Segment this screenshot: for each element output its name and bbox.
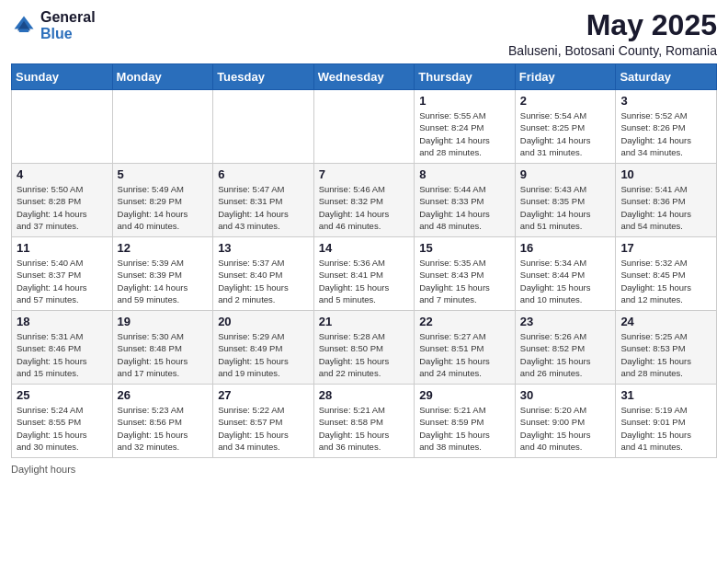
day-info: Sunrise: 5:23 AM Sunset: 8:56 PM Dayligh… (118, 404, 209, 453)
day-number: 4 (17, 167, 108, 181)
daylight-label: Daylight hours (11, 464, 75, 475)
day-info: Sunrise: 5:54 AM Sunset: 8:25 PM Dayligh… (520, 109, 611, 158)
calendar-cell: 6Sunrise: 5:47 AM Sunset: 8:31 PM Daylig… (213, 164, 314, 237)
calendar-cell: 23Sunrise: 5:26 AM Sunset: 8:52 PM Dayli… (515, 311, 616, 385)
day-info: Sunrise: 5:21 AM Sunset: 8:58 PM Dayligh… (319, 404, 410, 453)
calendar-cell: 31Sunrise: 5:19 AM Sunset: 9:01 PM Dayli… (616, 385, 717, 458)
day-info: Sunrise: 5:22 AM Sunset: 8:57 PM Dayligh… (218, 404, 309, 453)
calendar-cell: 5Sunrise: 5:49 AM Sunset: 8:29 PM Daylig… (112, 164, 213, 237)
weekday-header-friday: Friday (515, 64, 616, 90)
day-number: 6 (218, 167, 309, 181)
calendar-cell: 1Sunrise: 5:55 AM Sunset: 8:24 PM Daylig… (415, 90, 516, 164)
calendar-week-row: 4Sunrise: 5:50 AM Sunset: 8:28 PM Daylig… (12, 164, 717, 237)
location-title: Baluseni, Botosani County, Romania (508, 43, 717, 58)
logo: General Blue (11, 9, 96, 41)
day-number: 26 (118, 388, 209, 402)
day-number: 29 (419, 388, 510, 402)
calendar-cell: 3Sunrise: 5:52 AM Sunset: 8:26 PM Daylig… (616, 90, 717, 164)
calendar-cell: 19Sunrise: 5:30 AM Sunset: 8:48 PM Dayli… (112, 311, 213, 385)
calendar-cell: 10Sunrise: 5:41 AM Sunset: 8:36 PM Dayli… (616, 164, 717, 237)
day-number: 14 (319, 241, 410, 255)
day-info: Sunrise: 5:32 AM Sunset: 8:45 PM Dayligh… (620, 257, 711, 305)
day-number: 7 (319, 167, 410, 181)
calendar-cell: 2Sunrise: 5:54 AM Sunset: 8:25 PM Daylig… (515, 90, 616, 164)
day-number: 11 (17, 241, 108, 255)
calendar-cell: 9Sunrise: 5:43 AM Sunset: 8:35 PM Daylig… (515, 164, 616, 237)
day-info: Sunrise: 5:30 AM Sunset: 8:48 PM Dayligh… (118, 330, 209, 379)
day-info: Sunrise: 5:19 AM Sunset: 9:01 PM Dayligh… (620, 404, 711, 453)
day-info: Sunrise: 5:43 AM Sunset: 8:35 PM Dayligh… (520, 183, 611, 232)
weekday-header-tuesday: Tuesday (213, 64, 314, 90)
day-info: Sunrise: 5:40 AM Sunset: 8:37 PM Dayligh… (17, 257, 108, 305)
day-info: Sunrise: 5:37 AM Sunset: 8:40 PM Dayligh… (218, 257, 309, 305)
logo-icon (11, 13, 37, 39)
day-number: 24 (620, 315, 711, 328)
day-number: 28 (319, 388, 410, 402)
day-number: 21 (319, 315, 410, 328)
weekday-header-saturday: Saturday (616, 64, 717, 90)
day-number: 1 (419, 94, 510, 108)
day-number: 13 (218, 241, 309, 255)
main-container: General Blue May 2025 Baluseni, Botosani… (0, 0, 728, 484)
day-number: 22 (419, 315, 510, 328)
day-info: Sunrise: 5:36 AM Sunset: 8:41 PM Dayligh… (319, 257, 410, 305)
day-number: 12 (118, 241, 209, 255)
day-number: 19 (118, 315, 209, 328)
footer: Daylight hours (11, 464, 717, 475)
day-info: Sunrise: 5:28 AM Sunset: 8:50 PM Dayligh… (319, 330, 410, 379)
calendar-cell (112, 90, 213, 164)
calendar-cell: 4Sunrise: 5:50 AM Sunset: 8:28 PM Daylig… (12, 164, 113, 237)
month-title: May 2025 (508, 9, 717, 41)
weekday-header-row: SundayMondayTuesdayWednesdayThursdayFrid… (12, 64, 717, 90)
day-number: 20 (218, 315, 309, 328)
header: General Blue May 2025 Baluseni, Botosani… (11, 9, 717, 58)
day-number: 17 (620, 241, 711, 255)
weekday-header-sunday: Sunday (12, 64, 113, 90)
day-info: Sunrise: 5:29 AM Sunset: 8:49 PM Dayligh… (218, 330, 309, 379)
day-number: 25 (17, 388, 108, 402)
day-info: Sunrise: 5:31 AM Sunset: 8:46 PM Dayligh… (17, 330, 108, 379)
day-number: 18 (17, 315, 108, 328)
calendar-cell: 7Sunrise: 5:46 AM Sunset: 8:32 PM Daylig… (313, 164, 415, 237)
day-number: 5 (118, 167, 209, 181)
calendar-cell: 27Sunrise: 5:22 AM Sunset: 8:57 PM Dayli… (213, 385, 314, 458)
day-number: 10 (620, 167, 711, 181)
calendar-cell: 28Sunrise: 5:21 AM Sunset: 8:58 PM Dayli… (313, 385, 415, 458)
day-info: Sunrise: 5:35 AM Sunset: 8:43 PM Dayligh… (419, 257, 510, 305)
calendar-cell: 13Sunrise: 5:37 AM Sunset: 8:40 PM Dayli… (213, 237, 314, 311)
day-info: Sunrise: 5:39 AM Sunset: 8:39 PM Dayligh… (118, 257, 209, 305)
svg-rect-2 (19, 29, 29, 32)
day-info: Sunrise: 5:47 AM Sunset: 8:31 PM Dayligh… (218, 183, 309, 232)
calendar-cell: 22Sunrise: 5:27 AM Sunset: 8:51 PM Dayli… (415, 311, 516, 385)
calendar-cell: 29Sunrise: 5:21 AM Sunset: 8:59 PM Dayli… (415, 385, 516, 458)
day-info: Sunrise: 5:27 AM Sunset: 8:51 PM Dayligh… (419, 330, 510, 379)
day-number: 31 (620, 388, 711, 402)
calendar-cell: 8Sunrise: 5:44 AM Sunset: 8:33 PM Daylig… (415, 164, 516, 237)
day-number: 9 (520, 167, 611, 181)
weekday-header-monday: Monday (112, 64, 213, 90)
calendar-table: SundayMondayTuesdayWednesdayThursdayFrid… (11, 63, 717, 458)
calendar-cell: 30Sunrise: 5:20 AM Sunset: 9:00 PM Dayli… (515, 385, 616, 458)
day-info: Sunrise: 5:55 AM Sunset: 8:24 PM Dayligh… (419, 109, 510, 158)
calendar-week-row: 25Sunrise: 5:24 AM Sunset: 8:55 PM Dayli… (12, 385, 717, 458)
day-info: Sunrise: 5:34 AM Sunset: 8:44 PM Dayligh… (520, 257, 611, 305)
calendar-week-row: 1Sunrise: 5:55 AM Sunset: 8:24 PM Daylig… (12, 90, 717, 164)
day-number: 2 (520, 94, 611, 108)
day-info: Sunrise: 5:25 AM Sunset: 8:53 PM Dayligh… (620, 330, 711, 379)
logo-text: General Blue (40, 9, 96, 41)
calendar-cell (12, 90, 113, 164)
logo-blue: Blue (40, 26, 96, 42)
day-info: Sunrise: 5:24 AM Sunset: 8:55 PM Dayligh… (17, 404, 108, 453)
calendar-cell (313, 90, 415, 164)
calendar-cell: 20Sunrise: 5:29 AM Sunset: 8:49 PM Dayli… (213, 311, 314, 385)
day-info: Sunrise: 5:41 AM Sunset: 8:36 PM Dayligh… (620, 183, 711, 232)
logo-general: General (40, 9, 96, 26)
title-block: May 2025 Baluseni, Botosani County, Roma… (508, 9, 717, 58)
day-info: Sunrise: 5:44 AM Sunset: 8:33 PM Dayligh… (419, 183, 510, 232)
day-number: 30 (520, 388, 611, 402)
calendar-cell: 21Sunrise: 5:28 AM Sunset: 8:50 PM Dayli… (313, 311, 415, 385)
day-info: Sunrise: 5:52 AM Sunset: 8:26 PM Dayligh… (620, 109, 711, 158)
weekday-header-thursday: Thursday (415, 64, 516, 90)
calendar-cell: 25Sunrise: 5:24 AM Sunset: 8:55 PM Dayli… (12, 385, 113, 458)
day-info: Sunrise: 5:26 AM Sunset: 8:52 PM Dayligh… (520, 330, 611, 379)
